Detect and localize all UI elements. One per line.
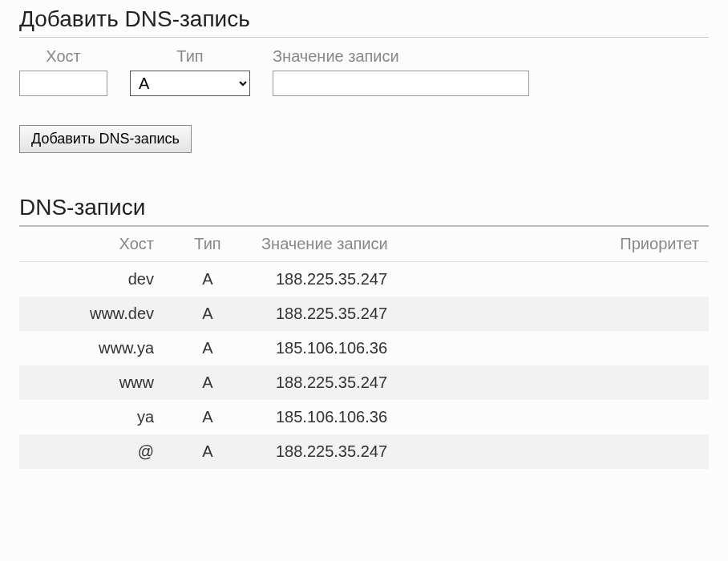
table-row: wwwA188.225.35.247 [19, 365, 709, 400]
cell-value: 188.225.35.247 [252, 297, 564, 331]
type-select[interactable]: A [130, 71, 250, 96]
add-dns-record-button[interactable]: Добавить DNS-запись [19, 125, 192, 153]
cell-host: www.ya [19, 331, 164, 365]
cell-host: ya [19, 400, 164, 434]
col-header-value: Значение записи [252, 226, 564, 262]
type-form-group: Тип A [130, 47, 250, 96]
cell-host: dev [19, 262, 164, 297]
table-row: yaA185.106.106.36 [19, 400, 709, 434]
divider [19, 37, 709, 38]
add-form-row: Хост Тип A Значение записи [19, 47, 709, 96]
col-header-host: Хост [19, 226, 164, 262]
value-label: Значение записи [273, 47, 399, 66]
cell-type: A [164, 434, 252, 469]
value-input[interactable] [273, 71, 529, 96]
cell-priority [564, 262, 709, 297]
col-header-type: Тип [164, 226, 252, 262]
dns-records-section: DNS-записи Хост Тип Значение записи Прио… [19, 195, 709, 469]
cell-type: A [164, 297, 252, 331]
cell-type: A [164, 331, 252, 365]
cell-priority [564, 434, 709, 469]
table-row: devA188.225.35.247 [19, 262, 709, 297]
cell-host: www.dev [19, 297, 164, 331]
host-input[interactable] [19, 71, 107, 96]
cell-type: A [164, 400, 252, 434]
cell-type: A [164, 262, 252, 297]
cell-value: 185.106.106.36 [252, 331, 564, 365]
value-form-group: Значение записи [273, 47, 529, 96]
records-section-heading: DNS-записи [19, 195, 709, 220]
table-row: www.devA188.225.35.247 [19, 297, 709, 331]
cell-priority [564, 297, 709, 331]
add-dns-record-section: Добавить DNS-запись Хост Тип A Значение … [19, 6, 709, 153]
cell-value: 185.106.106.36 [252, 400, 564, 434]
cell-host: www [19, 365, 164, 400]
table-header: Хост Тип Значение записи Приоритет [19, 226, 709, 262]
table-row: @A188.225.35.247 [19, 434, 709, 469]
cell-priority [564, 331, 709, 365]
table-row: www.yaA185.106.106.36 [19, 331, 709, 365]
add-section-heading: Добавить DNS-запись [19, 6, 709, 32]
table-body: devA188.225.35.247www.devA188.225.35.247… [19, 262, 709, 470]
cell-value: 188.225.35.247 [252, 365, 564, 400]
cell-host: @ [19, 434, 164, 469]
cell-value: 188.225.35.247 [252, 434, 564, 469]
cell-priority [564, 400, 709, 434]
cell-type: A [164, 365, 252, 400]
dns-records-table: Хост Тип Значение записи Приоритет devA1… [19, 225, 709, 469]
cell-value: 188.225.35.247 [252, 262, 564, 297]
host-label: Хост [46, 47, 80, 66]
host-form-group: Хост [19, 47, 107, 96]
type-label: Тип [176, 47, 203, 66]
cell-priority [564, 365, 709, 400]
col-header-priority: Приоритет [564, 226, 709, 262]
